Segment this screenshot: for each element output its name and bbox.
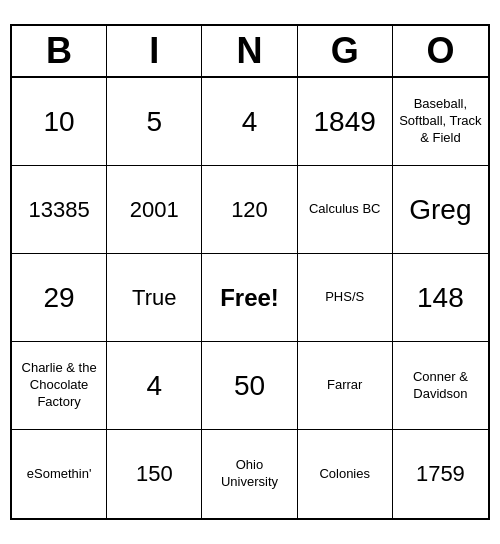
- bingo-cell: 5: [107, 78, 202, 166]
- cell-content: 4: [242, 106, 258, 138]
- bingo-cell: 29: [12, 254, 107, 342]
- bingo-grid: 10541849Baseball, Softball, Track & Fiel…: [12, 78, 488, 518]
- cell-content: 150: [136, 461, 173, 487]
- bingo-cell: Free!: [202, 254, 297, 342]
- bingo-cell: 50: [202, 342, 297, 430]
- bingo-cell: Ohio University: [202, 430, 297, 518]
- cell-content: 120: [231, 197, 268, 223]
- bingo-cell: Farrar: [298, 342, 393, 430]
- bingo-cell: Greg: [393, 166, 488, 254]
- cell-content: 1759: [416, 461, 465, 487]
- bingo-cell: 2001: [107, 166, 202, 254]
- cell-content: 1849: [314, 106, 376, 138]
- cell-content: PHS/S: [325, 289, 364, 306]
- bingo-card: BINGO 10541849Baseball, Softball, Track …: [10, 24, 490, 520]
- cell-content: 5: [147, 106, 163, 138]
- cell-content: 29: [44, 282, 75, 314]
- cell-content: Charlie & the Chocolate Factory: [16, 360, 102, 411]
- cell-content: Ohio University: [206, 457, 292, 491]
- bingo-cell: PHS/S: [298, 254, 393, 342]
- cell-content: True: [132, 285, 176, 311]
- cell-content: 4: [147, 370, 163, 402]
- bingo-cell: True: [107, 254, 202, 342]
- cell-content: 148: [417, 282, 464, 314]
- cell-content: 10: [44, 106, 75, 138]
- bingo-cell: 10: [12, 78, 107, 166]
- cell-content: Colonies: [319, 466, 370, 483]
- cell-content: Conner & Davidson: [397, 369, 484, 403]
- bingo-cell: 148: [393, 254, 488, 342]
- cell-content: Farrar: [327, 377, 362, 394]
- bingo-cell: Conner & Davidson: [393, 342, 488, 430]
- bingo-cell: Colonies: [298, 430, 393, 518]
- header-letter: O: [393, 26, 488, 76]
- bingo-cell: 4: [202, 78, 297, 166]
- cell-content: Baseball, Softball, Track & Field: [397, 96, 484, 147]
- bingo-cell: Baseball, Softball, Track & Field: [393, 78, 488, 166]
- bingo-cell: 120: [202, 166, 297, 254]
- bingo-cell: Charlie & the Chocolate Factory: [12, 342, 107, 430]
- cell-content: Free!: [220, 284, 279, 312]
- bingo-cell: 13385: [12, 166, 107, 254]
- cell-content: eSomethin': [27, 466, 92, 483]
- cell-content: 2001: [130, 197, 179, 223]
- bingo-cell: Calculus BC: [298, 166, 393, 254]
- cell-content: 50: [234, 370, 265, 402]
- bingo-header: BINGO: [12, 26, 488, 78]
- cell-content: Calculus BC: [309, 201, 381, 218]
- bingo-cell: 4: [107, 342, 202, 430]
- bingo-cell: 1849: [298, 78, 393, 166]
- cell-content: 13385: [29, 197, 90, 223]
- header-letter: G: [298, 26, 393, 76]
- bingo-cell: eSomethin': [12, 430, 107, 518]
- cell-content: Greg: [409, 194, 471, 226]
- bingo-cell: 150: [107, 430, 202, 518]
- header-letter: N: [202, 26, 297, 76]
- bingo-cell: 1759: [393, 430, 488, 518]
- header-letter: B: [12, 26, 107, 76]
- header-letter: I: [107, 26, 202, 76]
